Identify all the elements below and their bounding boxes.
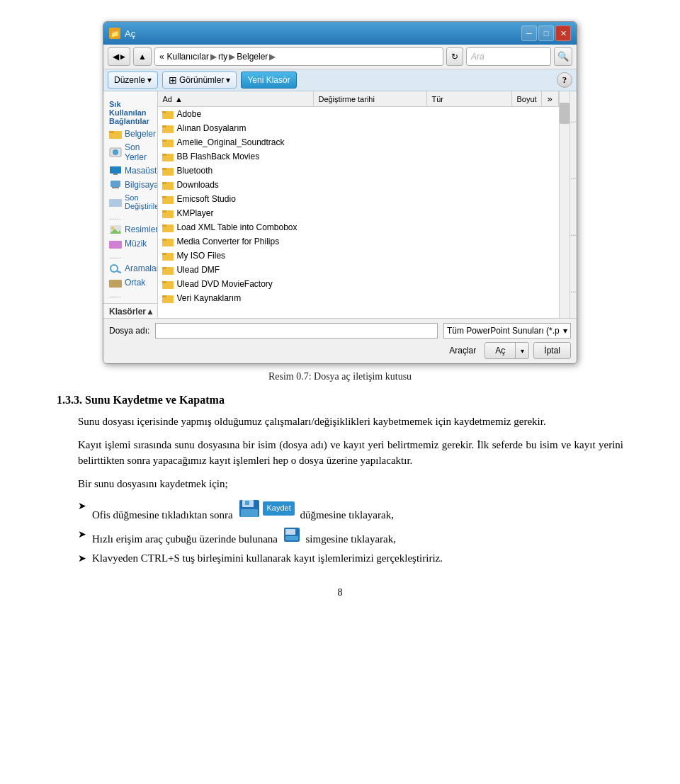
paragraph-1: Sunu dosyası içerisinde yapmış olduğumuz… — [78, 414, 623, 430]
klasorler-label: Klasörler — [109, 307, 146, 317]
file-item-name: Emicsoft Studio — [158, 194, 314, 204]
svg-rect-12 — [109, 241, 122, 249]
cancel-button[interactable]: İptal — [533, 342, 571, 359]
table-row[interactable]: My ISO Files — [158, 249, 558, 263]
file-item-name: Media Converter for Philips — [158, 237, 314, 246]
klasorler-section[interactable]: Klasörler ▲ — [103, 303, 157, 318]
maximize-button[interactable]: □ — [538, 25, 554, 41]
table-row[interactable]: Ulead DMF — [158, 263, 558, 277]
nav-item-resimler[interactable]: Resimler — [103, 222, 157, 237]
table-row[interactable]: Emicsoft Studio — [158, 192, 558, 206]
title-bar: 📁 Aç ─ □ ✕ — [103, 22, 577, 45]
nav-label-muzik: Müzik — [125, 239, 147, 249]
right-dots-panel: ... ... ... ... — [570, 91, 577, 318]
right-dots-3: ... — [570, 229, 576, 237]
picture-icon — [109, 224, 122, 235]
svg-rect-19 — [162, 125, 166, 127]
file-item-name: Bluetooth — [158, 166, 314, 176]
up-button[interactable]: ▲ — [133, 47, 152, 66]
help-button[interactable]: ? — [557, 72, 572, 88]
file-item-name: BB FlashBack Movies — [158, 152, 314, 161]
nav-item-aramalar[interactable]: Aramalar — [103, 261, 157, 275]
nav-dots-3: ...... — [103, 290, 157, 300]
table-row[interactable]: Alınan Dosyalarım — [158, 121, 558, 135]
table-row[interactable]: Ulead DVD MovieFactory — [158, 277, 558, 291]
col-header-size[interactable]: Boyut — [512, 91, 541, 106]
open-button[interactable]: Aç ▾ — [484, 342, 529, 359]
col-header-more[interactable]: » — [542, 91, 559, 106]
nav-label-ortak: Ortak — [125, 278, 145, 288]
file-list-panel: Ad ▲ Değiştirme tarihi Tür Boyut » — [158, 91, 558, 318]
table-row[interactable]: Adobe — [158, 107, 558, 121]
breadcrumb-users[interactable]: Kullanıcılar — [167, 52, 209, 62]
klasorler-arrow: ▲ — [146, 307, 154, 317]
svg-rect-41 — [162, 281, 166, 283]
table-row[interactable]: Downloads — [158, 178, 558, 192]
caption-text: Resim 0.7: Dosya aç iletişim kutusu — [268, 371, 412, 382]
minimize-button[interactable]: ─ — [521, 25, 537, 41]
bullet-text-2: Hızlı erişim araç çubuğu üzerinde buluna… — [92, 527, 396, 547]
nav-item-son-degistirilenler[interactable]: Son Değiştirilenler — [103, 192, 157, 212]
breadcrumb-rty[interactable]: rty — [218, 52, 227, 62]
new-folder-button[interactable]: Yeni Klasör — [241, 72, 296, 89]
bullet-text-1: Ofis düğmesine tıkladıktan sonra Kaydet … — [92, 499, 394, 523]
folder-icon-sm — [162, 237, 174, 246]
file-item-name: Veri Kaynaklarım — [158, 293, 314, 303]
col-header-type[interactable]: Tür — [427, 91, 512, 106]
filetype-arrow: ▾ — [563, 326, 567, 336]
nav-item-son-yerler[interactable]: Son Yerler — [103, 141, 157, 164]
table-row[interactable]: Amelie_Original_Soundtrack — [158, 135, 558, 149]
scroll-thumb[interactable] — [560, 103, 570, 124]
nav-item-ortak[interactable]: Ortak — [103, 275, 157, 290]
file-item-name: Alınan Dosyalarım — [158, 123, 314, 133]
nav-item-masaustu[interactable]: Masaüstü — [103, 164, 157, 178]
close-button[interactable]: ✕ — [555, 25, 571, 41]
breadcrumb-belgeler[interactable]: Belgeler — [237, 52, 268, 62]
table-row[interactable]: BB FlashBack Movies — [158, 149, 558, 164]
dialog-wrapper: 📁 Aç ─ □ ✕ ◀ ▶ ▲ « — [57, 21, 623, 364]
paragraph-2: Kayıt işlemi sırasında sunu dosyasına bi… — [78, 437, 623, 469]
filename-label: Dosya adı: — [109, 326, 149, 336]
col-header-name[interactable]: Ad ▲ — [158, 91, 314, 106]
search-button[interactable]: 🔍 — [554, 47, 572, 66]
recent2-icon — [109, 196, 122, 208]
folder-icon-sm — [162, 123, 174, 133]
search-box[interactable]: Ara — [466, 47, 551, 66]
svg-point-10 — [111, 227, 114, 229]
dialog-icon: 📁 — [109, 28, 120, 39]
nav-item-muzik[interactable]: Müzik — [103, 237, 157, 251]
file-item-name: Ulead DMF — [158, 265, 314, 275]
nav-item-belgeler[interactable]: Belgeler — [103, 127, 157, 141]
nav-dots-2: ...... — [103, 251, 157, 261]
organize-button[interactable]: Düzenle ▾ — [108, 72, 158, 89]
filetype-dropdown[interactable]: Tüm PowerPoint Sunuları (*.p ▾ — [443, 323, 571, 339]
breadcrumb-bar[interactable]: « Kullanıcılar ▶ rty ▶ Belgeler ▶ — [154, 47, 443, 66]
table-row[interactable]: Load XML Table into Combobox — [158, 220, 558, 234]
filetype-value: Tüm PowerPoint Sunuları (*.p — [447, 326, 560, 336]
views-button[interactable]: ⊞ Görünümler ▾ — [162, 72, 237, 89]
right-dots-4: ... — [570, 285, 576, 294]
caption: Resim 0.7: Dosya aç iletişim kutusu — [57, 371, 623, 382]
scrollbar[interactable] — [559, 91, 570, 318]
table-row[interactable]: Bluetooth — [158, 164, 558, 178]
up-icon: ▲ — [138, 52, 147, 62]
nav-item-bilgisayar[interactable]: Bilgisayar — [103, 178, 157, 192]
table-row[interactable]: Media Converter for Philips — [158, 234, 558, 249]
col-header-date[interactable]: Değiştirme tarihi — [314, 91, 427, 106]
svg-rect-35 — [162, 239, 166, 241]
section-header: 1.3.3. Sunu Kaydetme ve Kapatma — [57, 394, 623, 407]
bottom-bar: Dosya adı: Tüm PowerPoint Sunuları (*.p … — [103, 318, 577, 363]
folder-icon — [109, 128, 122, 140]
back-button[interactable]: ◀ ▶ — [108, 47, 130, 66]
svg-rect-39 — [162, 267, 166, 269]
nav-label-belgeler: Belgeler — [125, 129, 156, 139]
filename-input[interactable] — [155, 323, 438, 339]
table-row[interactable]: Veri Kaynaklarım — [158, 291, 558, 305]
table-row[interactable]: KMPlayer — [158, 206, 558, 220]
new-folder-label: Yeni Klasör — [247, 75, 290, 85]
svg-rect-49 — [285, 529, 295, 535]
save-icon — [238, 499, 261, 518]
music-icon — [109, 238, 122, 249]
refresh-button[interactable]: ↻ — [446, 47, 463, 66]
title-controls: ─ □ ✕ — [521, 25, 571, 41]
